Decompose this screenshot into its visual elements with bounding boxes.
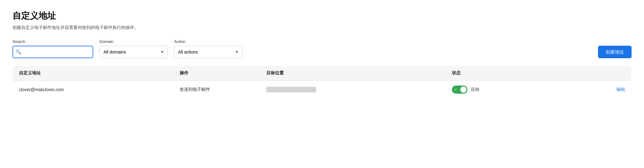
cell-status: ✓活动 [446,81,557,99]
table-header-row: 自定义地址 操作 目标位置 状态 [13,66,632,81]
edit-link[interactable]: 编辑 [616,87,625,92]
domain-select-wrapper: All domains ▼ [99,46,168,58]
filters-row: Search 🔍 Domain All domains ▼ Action All… [12,39,632,58]
cell-edit: 编辑 [557,81,632,99]
page-title: 自定义地址 [12,10,632,22]
col-header-action: 操作 [173,66,260,81]
action-label: Action [174,39,242,44]
search-label: Search [12,39,93,44]
action-select[interactable]: All actions [174,46,242,58]
cell-target [260,81,446,99]
table-row: clover@mskclover.com发送到电子邮件✓活动编辑 [13,81,632,99]
search-input-wrapper: 🔍 [12,46,93,58]
action-select-wrapper: All actions ▼ [174,46,242,58]
status-label: 活动 [471,87,479,92]
search-input[interactable] [12,46,93,58]
action-filter-group: Action All actions ▼ [174,39,242,58]
address-table: 自定义地址 操作 目标位置 状态 clover@mskclover.com发送到… [12,66,632,99]
cell-action: 发送到电子邮件 [173,81,260,99]
status-toggle[interactable]: ✓ [452,86,467,94]
search-filter-group: Search 🔍 [12,39,93,58]
page-description: 创建自定义电子邮件地址并设置要对收到的电子邮件执行的操作。 [12,25,632,30]
col-header-status: 状态 [446,66,557,81]
cell-address: clover@mskclover.com [13,81,174,99]
status-cell: ✓活动 [452,86,551,94]
toggle-checkmark-icon: ✓ [454,87,458,92]
target-bar [266,87,316,92]
domain-filter-group: Domain All domains ▼ [99,39,168,58]
col-header-target: 目标位置 [260,66,446,81]
col-header-address: 自定义地址 [13,66,174,81]
domain-label: Domain [99,39,168,44]
domain-select[interactable]: All domains [99,46,168,58]
col-header-edit [557,66,632,81]
create-address-button[interactable]: 创建地址 [598,46,632,58]
toggle-slider: ✓ [452,86,467,94]
